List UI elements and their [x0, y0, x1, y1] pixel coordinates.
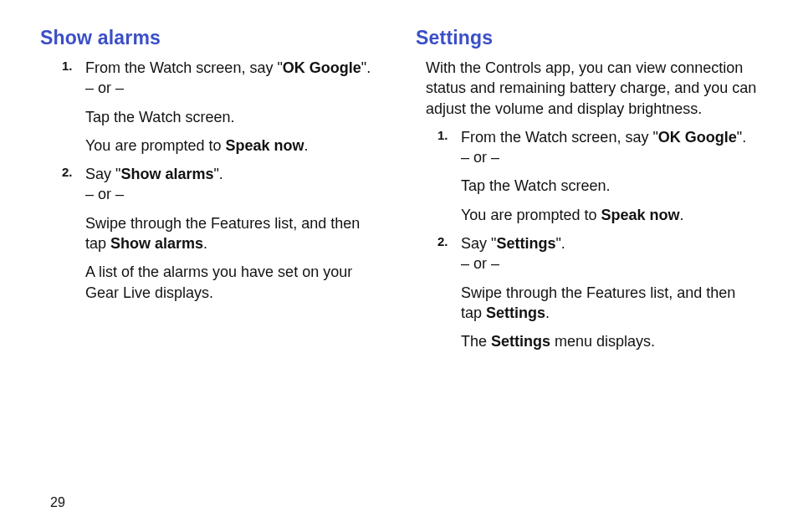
text: Say ": [461, 235, 496, 252]
text: ".: [213, 166, 223, 182]
or-text: – or –: [461, 255, 499, 272]
step-text: You are prompted to Speak now.: [461, 205, 758, 225]
text: ".: [555, 235, 565, 252]
left-list: From the Watch screen, say "OK Google". …: [40, 58, 382, 303]
text: .: [545, 304, 550, 321]
step-text: A list of the alarms you have set on you…: [85, 262, 382, 303]
text: Say ": [85, 166, 120, 182]
bold-text: Settings: [486, 304, 545, 321]
or-text: – or –: [85, 186, 124, 202]
text: The: [461, 333, 491, 350]
page-number: 29: [50, 495, 65, 510]
text: ".: [737, 129, 746, 146]
list-item: Say "Settings". – or – Swipe through the…: [461, 233, 758, 351]
left-column: Show alarms From the Watch screen, say "…: [40, 27, 382, 361]
list-item: From the Watch screen, say "OK Google". …: [461, 127, 758, 225]
bold-text: Speak now: [601, 207, 679, 223]
step-text: From the Watch screen, say "OK Google". …: [461, 127, 758, 168]
list-item: Say "Show alarms". – or – Swipe through …: [85, 164, 382, 303]
bold-text: Show alarms: [110, 235, 203, 252]
or-text: – or –: [85, 79, 124, 96]
step-text: From the Watch screen, say "OK Google". …: [85, 58, 382, 99]
step-text: Tap the Watch screen.: [85, 107, 382, 127]
right-column: Settings With the Controls app, you can …: [416, 27, 758, 361]
step-text: Say "Settings". – or –: [461, 233, 758, 274]
text: .: [679, 207, 683, 223]
bold-text: OK Google: [283, 59, 361, 76]
bold-text: Speak now: [225, 137, 304, 154]
step-text: You are prompted to Speak now.: [85, 136, 382, 156]
step-text: Say "Show alarms". – or –: [85, 164, 382, 205]
step-text: Swipe through the Features list, and the…: [461, 283, 758, 324]
text: ".: [361, 59, 371, 76]
text: menu displays.: [550, 333, 655, 350]
text: You are prompted to: [461, 207, 601, 223]
or-text: – or –: [461, 149, 499, 166]
bold-text: Show alarms: [120, 166, 213, 182]
heading-settings: Settings: [416, 27, 758, 49]
text: You are prompted to: [85, 137, 225, 154]
text: .: [203, 235, 207, 252]
intro-text: With the Controls app, you can view conn…: [416, 58, 758, 119]
text: From the Watch screen, say ": [461, 129, 658, 146]
text: .: [304, 137, 308, 154]
text: From the Watch screen, say ": [85, 59, 283, 76]
bold-text: Settings: [491, 333, 550, 350]
right-list: From the Watch screen, say "OK Google". …: [416, 127, 758, 352]
list-item: From the Watch screen, say "OK Google". …: [85, 58, 382, 156]
bold-text: OK Google: [658, 129, 737, 146]
bold-text: Settings: [496, 235, 555, 252]
step-text: The Settings menu displays.: [461, 331, 758, 351]
content-columns: Show alarms From the Watch screen, say "…: [40, 27, 758, 361]
step-text: Swipe through the Features list, and the…: [85, 213, 382, 254]
heading-show-alarms: Show alarms: [40, 27, 382, 49]
step-text: Tap the Watch screen.: [461, 176, 758, 196]
